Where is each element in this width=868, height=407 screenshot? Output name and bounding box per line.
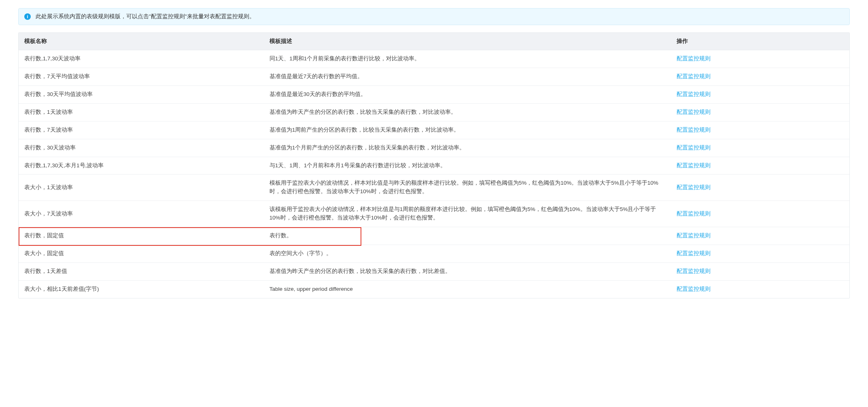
table-row: 表行数,1,7,30天波动率同1天、1周和1个月前采集的表行数进行比较，对比波动… bbox=[19, 50, 849, 68]
template-name-cell: 表大小，相比1天前差值(字节) bbox=[19, 280, 264, 298]
template-name-cell: 表行数，7天平均值波动率 bbox=[19, 68, 264, 85]
table-row: 表行数，30天平均值波动率基准值是最近30天的表行数的平均值。配置监控规则 bbox=[19, 85, 849, 103]
configure-rule-link[interactable]: 配置监控规则 bbox=[677, 286, 711, 292]
template-action-cell: 配置监控规则 bbox=[671, 227, 849, 245]
template-name-cell: 表行数，1天差值 bbox=[19, 262, 264, 280]
configure-rule-link[interactable]: 配置监控规则 bbox=[677, 211, 711, 217]
table-row: 表行数，7天平均值波动率基准值是最近7天的表行数的平均值。配置监控规则 bbox=[19, 68, 849, 85]
template-action-cell: 配置监控规则 bbox=[671, 175, 849, 201]
info-icon: i bbox=[24, 13, 31, 20]
template-desc-cell: 基准值是最近7天的表行数的平均值。 bbox=[264, 68, 671, 85]
template-desc-cell: 基准值为1个月前产生的分区的表行数，比较当天采集的表行数，对比波动率。 bbox=[264, 139, 671, 157]
configure-rule-link[interactable]: 配置监控规则 bbox=[677, 109, 711, 115]
table-row: 表大小，相比1天前差值(字节)Table size, upper period … bbox=[19, 280, 849, 298]
template-action-cell: 配置监控规则 bbox=[671, 280, 849, 298]
template-name-cell: 表行数，7天波动率 bbox=[19, 121, 264, 139]
configure-rule-link[interactable]: 配置监控规则 bbox=[677, 73, 711, 79]
info-banner-text: 此处展示系统内置的表级规则模版，可以点击"配置监控规则"来批量对表配置监控规则。 bbox=[36, 13, 255, 20]
table-row: 表大小，7天波动率该模板用于监控表大小的波动情况，样本对比值是与1周前的额度样本… bbox=[19, 201, 849, 227]
template-desc-cell: 该模板用于监控表大小的波动情况，样本对比值是与1周前的额度样本进行比较。例如，填… bbox=[264, 201, 671, 227]
template-name-cell: 表行数，1天波动率 bbox=[19, 103, 264, 121]
template-desc-cell: 基准值为1周前产生的分区的表行数，比较当天采集的表行数，对比波动率。 bbox=[264, 121, 671, 139]
info-banner: i 此处展示系统内置的表级规则模版，可以点击"配置监控规则"来批量对表配置监控规… bbox=[18, 8, 850, 25]
template-name-cell: 表行数，30天平均值波动率 bbox=[19, 85, 264, 103]
configure-rule-link[interactable]: 配置监控规则 bbox=[677, 145, 711, 151]
table-row: 表行数，1天波动率基准值为昨天产生的分区的表行数，比较当天采集的表行数，对比波动… bbox=[19, 103, 849, 121]
th-desc: 模板描述 bbox=[264, 33, 671, 50]
configure-rule-link[interactable]: 配置监控规则 bbox=[677, 55, 711, 62]
template-name-cell: 表行数，30天波动率 bbox=[19, 139, 264, 157]
configure-rule-link[interactable]: 配置监控规则 bbox=[677, 91, 711, 97]
configure-rule-link[interactable]: 配置监控规则 bbox=[677, 250, 711, 256]
configure-rule-link[interactable]: 配置监控规则 bbox=[677, 232, 711, 239]
template-action-cell: 配置监控规则 bbox=[671, 157, 849, 175]
templates-table-wrap: 模板名称 模板描述 操作 表行数,1,7,30天波动率同1天、1周和1个月前采集… bbox=[18, 32, 850, 298]
template-action-cell: 配置监控规则 bbox=[671, 121, 849, 139]
template-desc-cell: 同1天、1周和1个月前采集的表行数进行比较，对比波动率。 bbox=[264, 50, 671, 68]
template-desc-cell: Table size, upper period difference bbox=[264, 280, 671, 298]
template-desc-cell: 表行数。 bbox=[264, 227, 671, 245]
template-desc-cell: 基准值是最近30天的表行数的平均值。 bbox=[264, 85, 671, 103]
configure-rule-link[interactable]: 配置监控规则 bbox=[677, 184, 711, 190]
configure-rule-link[interactable]: 配置监控规则 bbox=[677, 268, 711, 274]
template-name-cell: 表大小，1天波动率 bbox=[19, 175, 264, 201]
template-action-cell: 配置监控规则 bbox=[671, 68, 849, 85]
template-name-cell: 表行数,1,7,30天波动率 bbox=[19, 50, 264, 68]
configure-rule-link[interactable]: 配置监控规则 bbox=[677, 127, 711, 133]
table-row: 表大小，1天波动率模板用于监控表大小的波动情况，样本对比值是与昨天的额度样本进行… bbox=[19, 175, 849, 201]
template-name-cell: 表行数，固定值 bbox=[19, 227, 264, 245]
template-desc-cell: 模板用于监控表大小的波动情况，样本对比值是与昨天的额度样本进行比较。例如，填写橙… bbox=[264, 175, 671, 201]
template-desc-cell: 表的空间大小（字节）。 bbox=[264, 245, 671, 263]
template-action-cell: 配置监控规则 bbox=[671, 262, 849, 280]
template-action-cell: 配置监控规则 bbox=[671, 85, 849, 103]
table-row: 表大小，固定值表的空间大小（字节）。配置监控规则 bbox=[19, 245, 849, 263]
table-row: 表行数，固定值表行数。配置监控规则 bbox=[19, 227, 849, 245]
template-desc-cell: 基准值为昨天产生的分区的表行数，比较当天采集的表行数，对比差值。 bbox=[264, 262, 671, 280]
template-name-cell: 表行数,1,7,30天,本月1号,波动率 bbox=[19, 157, 264, 175]
th-name: 模板名称 bbox=[19, 33, 264, 50]
template-desc-cell: 基准值为昨天产生的分区的表行数，比较当天采集的表行数，对比波动率。 bbox=[264, 103, 671, 121]
th-action: 操作 bbox=[671, 33, 849, 50]
table-row: 表行数，1天差值基准值为昨天产生的分区的表行数，比较当天采集的表行数，对比差值。… bbox=[19, 262, 849, 280]
configure-rule-link[interactable]: 配置监控规则 bbox=[677, 162, 711, 168]
template-action-cell: 配置监控规则 bbox=[671, 245, 849, 263]
template-action-cell: 配置监控规则 bbox=[671, 201, 849, 227]
table-row: 表行数，30天波动率基准值为1个月前产生的分区的表行数，比较当天采集的表行数，对… bbox=[19, 139, 849, 157]
table-row: 表行数,1,7,30天,本月1号,波动率与1天、1周、1个月前和本月1号采集的表… bbox=[19, 157, 849, 175]
template-name-cell: 表大小，7天波动率 bbox=[19, 201, 264, 227]
template-action-cell: 配置监控规则 bbox=[671, 103, 849, 121]
template-action-cell: 配置监控规则 bbox=[671, 139, 849, 157]
template-desc-cell: 与1天、1周、1个月前和本月1号采集的表行数进行比较，对比波动率。 bbox=[264, 157, 671, 175]
template-name-cell: 表大小，固定值 bbox=[19, 245, 264, 263]
templates-table: 模板名称 模板描述 操作 表行数,1,7,30天波动率同1天、1周和1个月前采集… bbox=[19, 33, 849, 298]
template-action-cell: 配置监控规则 bbox=[671, 50, 849, 68]
table-row: 表行数，7天波动率基准值为1周前产生的分区的表行数，比较当天采集的表行数，对比波… bbox=[19, 121, 849, 139]
